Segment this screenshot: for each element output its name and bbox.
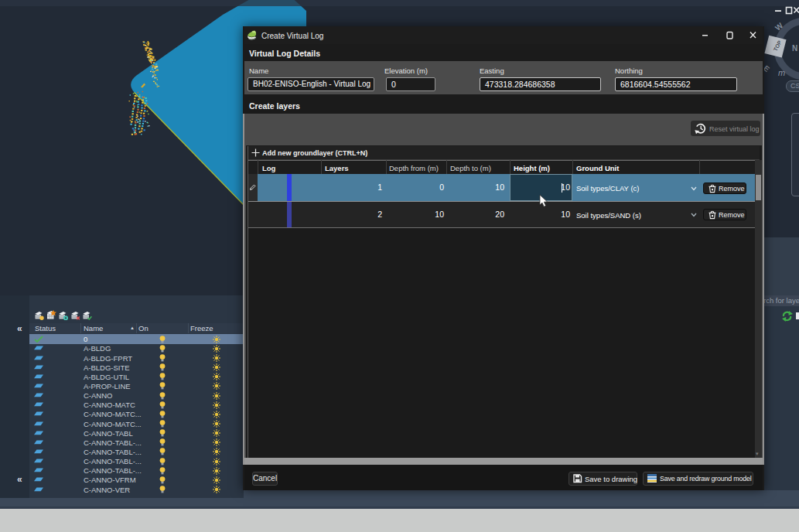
svg-text:m: m — [778, 68, 785, 77]
svg-text:N: N — [792, 44, 797, 53]
